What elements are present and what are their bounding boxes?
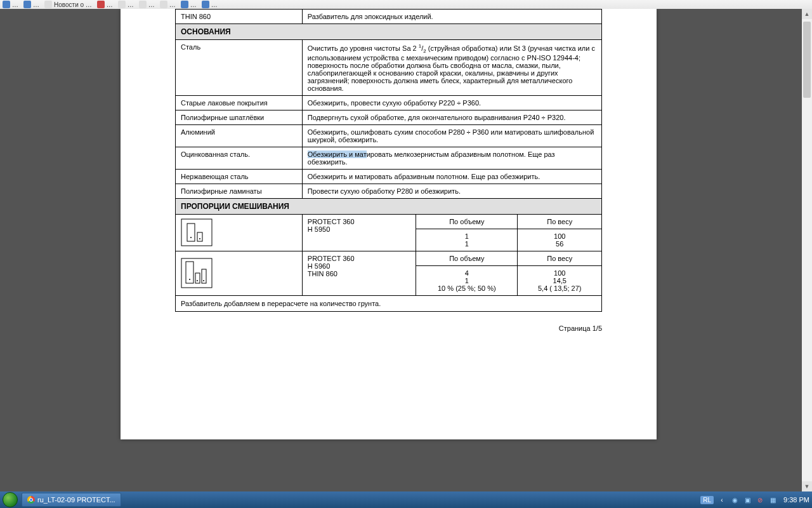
cell-name: Полиэфирные шпатлёвки	[176, 110, 303, 124]
start-button[interactable]	[3, 492, 18, 507]
cell-name: Нержавеющая сталь	[176, 169, 303, 184]
bookmarks-bar: … … Новости о … … … … … … …	[0, 0, 812, 10]
ratio-icon-1-1	[181, 218, 213, 246]
bookmark-item[interactable]: Новости о …	[44, 1, 92, 8]
svg-point-11	[203, 280, 204, 281]
table-row: Полиэфирные шпатлёвки Подвергнуть сухой …	[176, 110, 602, 124]
cell-name: Старые лаковые покрытия	[176, 95, 303, 110]
bookmark-item[interactable]: …	[202, 1, 218, 8]
svg-rect-7	[195, 273, 200, 283]
tray-shield-icon[interactable]: ▦	[768, 495, 777, 504]
mix-wt: 10014,55,4 ( 13,5; 27)	[518, 265, 602, 295]
table-row: Оцинкованная сталь. Обезжирить и матиров…	[176, 147, 602, 169]
bookmark-item[interactable]: …	[3, 1, 18, 8]
clock[interactable]: 9:38 PM	[783, 496, 809, 504]
spec-table: THIN 860 Разбавитель для эпоксидных изде…	[175, 9, 602, 296]
page-number: Страница 1/5	[175, 324, 602, 332]
cell-desc: Разбавитель для эпоксидных изделий.	[302, 10, 601, 24]
taskbar: ru_LT-02-09 PROTECT... RL ‹ ◉ ▣ ⊘ ▦ 9:38…	[0, 491, 812, 508]
cell-desc: Очистить до уровня чистоты Sa 2 1/2 (стр…	[302, 40, 601, 96]
cell-name: Сталь	[176, 40, 303, 96]
svg-point-4	[199, 238, 200, 239]
pdf-viewer: THIN 860 Разбавитель для эпоксидных изде…	[0, 9, 812, 491]
svg-point-10	[197, 280, 198, 281]
cell-desc: Обезжирить и матировать мелкозернистым а…	[302, 147, 601, 169]
cell-name: Алюминий	[176, 124, 303, 147]
scroll-up-button[interactable]: ▲	[802, 9, 812, 19]
cell-name: Оцинкованная сталь.	[176, 147, 303, 169]
scroll-down-button[interactable]: ▼	[802, 481, 812, 491]
chrome-icon	[27, 496, 35, 504]
svg-point-3	[190, 237, 192, 238]
cell-desc: Провести сухую обработку Р280 и обезжири…	[302, 184, 601, 198]
mix-products: PROTECT 360 H 5950	[302, 214, 416, 251]
tray-expand-icon[interactable]: ‹	[717, 495, 726, 504]
bookmark-item[interactable]: …	[181, 1, 197, 8]
mix-col-wt: По весу	[518, 214, 602, 229]
bookmark-item[interactable]: …	[23, 1, 39, 8]
section-row: ОСНОВАНИЯ	[176, 24, 602, 40]
mix-products: PROTECT 360 H 5960 THIN 860	[302, 251, 416, 295]
table-row: Сталь Очистить до уровня чистоты Sa 2 1/…	[176, 40, 602, 96]
footnote: Разбавитель добавляем в перерасчете на к…	[175, 296, 602, 312]
table-row: Алюминий Обезжирить, ошлифовать сухим сп…	[176, 124, 602, 147]
cell-desc: Подвергнуть сухой обработке, для окончат…	[302, 110, 601, 124]
tray-monitor-icon[interactable]: ▣	[743, 495, 752, 504]
tray-network-icon[interactable]: ◉	[730, 495, 739, 504]
cell-name: THIN 860	[176, 10, 303, 24]
scroll-thumb[interactable]	[803, 22, 811, 98]
bookmark-item[interactable]: …	[118, 1, 134, 8]
mix-col-vol: По объему	[416, 214, 518, 229]
mix-vol: 4110 % (25 %; 50 %)	[416, 265, 518, 295]
mix-header-row: PROTECT 360 H 5950 По объему По весу	[176, 214, 602, 229]
bookmark-item[interactable]: …	[139, 1, 155, 8]
taskbar-item-label: ru_LT-02-09 PROTECT...	[37, 496, 115, 504]
table-row: Полиэфирные ламинаты Провести сухую обра…	[176, 184, 602, 198]
mix-wt: 10056	[518, 229, 602, 251]
bookmark-item[interactable]: …	[160, 1, 176, 8]
svg-rect-2	[197, 232, 202, 241]
pdf-page: THIN 860 Разбавитель для эпоксидных изде…	[121, 9, 657, 439]
mix-icon-cell	[176, 251, 303, 295]
taskbar-item-chrome[interactable]: ru_LT-02-09 PROTECT...	[22, 493, 121, 507]
table-row: THIN 860 Разбавитель для эпоксидных изде…	[176, 10, 602, 24]
table-row: Нержавеющая сталь Обезжирить и матироват…	[176, 169, 602, 184]
mix-col-wt: По весу	[518, 251, 602, 265]
tray-volume-icon[interactable]: ⊘	[756, 495, 764, 504]
svg-point-9	[189, 279, 190, 280]
section-header: ПРОПОРЦИИ СМЕШИВАНИЯ	[176, 198, 602, 214]
viewport: … … Новости о … … … … … … … THIN 860 Раз…	[0, 0, 812, 508]
mix-header-row: PROTECT 360 H 5960 THIN 860 По объему По…	[176, 251, 602, 265]
bookmark-item[interactable]: …	[97, 1, 113, 8]
cell-desc: Обезжирить, ошлифовать сухим способом Р2…	[302, 124, 601, 147]
svg-rect-1	[187, 224, 195, 241]
system-tray: RL ‹ ◉ ▣ ⊘ ▦ 9:38 PM	[700, 495, 809, 504]
cell-name: Полиэфирные ламинаты	[176, 184, 303, 198]
language-indicator[interactable]: RL	[700, 496, 714, 504]
ratio-icon-4-1	[181, 258, 213, 288]
mix-col-vol: По объему	[416, 251, 518, 265]
svg-rect-0	[181, 219, 212, 246]
scrollbar-vertical[interactable]: ▲ ▼	[802, 9, 812, 491]
table-row: Старые лаковые покрытия Обезжирить, пров…	[176, 95, 602, 110]
section-row: ПРОПОРЦИИ СМЕШИВАНИЯ	[176, 198, 602, 214]
mix-vol: 11	[416, 229, 518, 251]
cell-desc: Обезжирить и матировать абразивным полот…	[302, 169, 601, 184]
section-header: ОСНОВАНИЯ	[176, 24, 602, 40]
cell-desc: Обезжирить, провести сухую обработку Р22…	[302, 95, 601, 110]
mix-icon-cell	[176, 214, 303, 251]
